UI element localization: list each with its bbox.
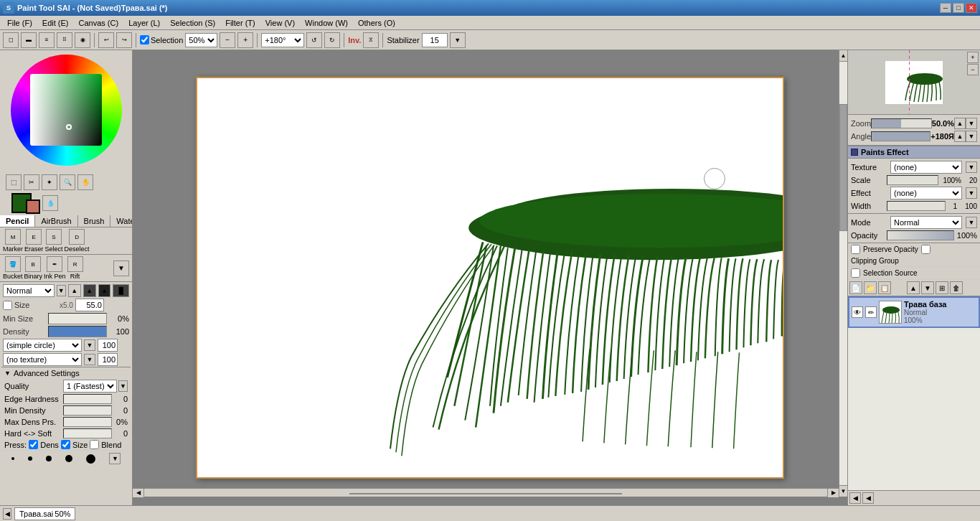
hscroll-left[interactable]: ◀ bbox=[133, 489, 144, 497]
canvas-tab[interactable]: Трава.sai 50% bbox=[14, 507, 75, 520]
brush-more-arrow[interactable]: ▼ bbox=[109, 453, 121, 464]
brush-dot-1[interactable] bbox=[11, 457, 14, 460]
tool-zoom[interactable]: 🔍 bbox=[60, 174, 75, 190]
paste-layer-btn[interactable]: 📋 bbox=[878, 281, 891, 294]
ink-pen-tool[interactable]: ✒ Ink Pen bbox=[44, 256, 66, 280]
mode-arrow[interactable]: ▼ bbox=[57, 285, 66, 296]
size-lock-check[interactable] bbox=[3, 301, 12, 310]
toolbar-icon-2[interactable]: ▬ bbox=[21, 32, 37, 48]
mode-arrow[interactable]: ▼ bbox=[966, 217, 977, 228]
zoom-slider[interactable] bbox=[871, 118, 932, 128]
toolbar-icon-6[interactable]: ↩ bbox=[98, 32, 114, 48]
stabilizer-input[interactable] bbox=[422, 33, 448, 47]
texture-select[interactable]: (none) bbox=[890, 161, 962, 174]
inv-btn[interactable]: ⧖ bbox=[363, 32, 379, 48]
vscroll-up[interactable]: ▲ bbox=[839, 50, 848, 62]
tab-water[interactable]: Water bbox=[110, 215, 133, 227]
brush-dot-4[interactable] bbox=[65, 455, 72, 462]
width-slider[interactable] bbox=[887, 201, 946, 211]
rotate-cw-btn[interactable]: ↻ bbox=[324, 32, 340, 48]
clipping-group-check[interactable] bbox=[921, 245, 930, 254]
select-tool[interactable]: S Select bbox=[45, 229, 63, 253]
toolbar-icon-7[interactable]: ↪ bbox=[116, 32, 132, 48]
advanced-header[interactable]: ▼ Advanced Settings bbox=[1, 367, 131, 379]
angle-slider[interactable] bbox=[871, 131, 930, 141]
tab-brush[interactable]: Brush bbox=[78, 215, 111, 227]
brush-mode-select[interactable]: Normal Multiply Screen bbox=[3, 284, 55, 297]
layer-pen-icon[interactable]: ✏ bbox=[865, 306, 877, 318]
delete-btn[interactable]: 🗑 bbox=[950, 281, 963, 294]
color-gradient-box[interactable] bbox=[30, 74, 102, 146]
layer-mode-select[interactable]: Normal bbox=[890, 216, 962, 229]
move-down-btn[interactable]: ▼ bbox=[921, 281, 934, 294]
effect-select[interactable]: (none) bbox=[890, 187, 962, 200]
density-slider[interactable] bbox=[48, 326, 107, 337]
layer-bottom-btn-1[interactable]: ◀ bbox=[849, 492, 861, 504]
new-group-btn[interactable]: 📁 bbox=[864, 281, 877, 294]
selection-checkbox[interactable] bbox=[140, 35, 149, 44]
brush-shape-value[interactable] bbox=[98, 339, 118, 352]
brush-texture-select[interactable]: (no texture) bbox=[3, 353, 82, 366]
color-wheel[interactable] bbox=[11, 55, 122, 166]
dens-check[interactable] bbox=[29, 440, 38, 449]
vscroll-track[interactable] bbox=[839, 62, 847, 485]
shape-btn-1[interactable]: ▲ bbox=[68, 284, 81, 297]
brush-shape-arrow[interactable]: ▼ bbox=[84, 339, 95, 351]
brush-texture-arrow[interactable]: ▼ bbox=[84, 354, 95, 365]
tool-more-btn[interactable]: ▼ bbox=[113, 260, 129, 276]
nav-thumbnail[interactable] bbox=[885, 61, 943, 104]
rotate-ccw-btn[interactable]: ↺ bbox=[306, 32, 322, 48]
zoom-up-btn[interactable]: ▲ bbox=[954, 118, 966, 129]
tab-left-arrow[interactable]: ◀ bbox=[3, 508, 11, 520]
toolbar-icon-3[interactable]: ≡ bbox=[39, 32, 55, 48]
texture-arrow[interactable]: ▼ bbox=[966, 161, 977, 173]
quality-arrow[interactable]: ▼ bbox=[118, 380, 128, 392]
nav-zoom-out[interactable]: − bbox=[967, 64, 979, 75]
tool-select-rect[interactable]: ⬚ bbox=[6, 174, 22, 190]
hard-soft-slider[interactable] bbox=[63, 428, 112, 438]
brush-dot-2[interactable] bbox=[28, 456, 32, 461]
size-check[interactable] bbox=[61, 440, 70, 449]
menu-edit[interactable]: Edit (E) bbox=[38, 17, 73, 29]
menu-layer[interactable]: Layer (L) bbox=[124, 17, 164, 29]
stabilizer-arrow[interactable]: ▼ bbox=[450, 32, 466, 48]
shape-btn-4[interactable]: █ bbox=[113, 284, 129, 297]
secondary-color[interactable] bbox=[26, 200, 40, 214]
opacity-select[interactable]: 50% bbox=[185, 33, 217, 47]
shape-btn-2[interactable]: ▲ bbox=[83, 284, 96, 297]
layer-item-1[interactable]: 👁 ✏ Трава база Nor bbox=[848, 296, 980, 328]
brush-texture-value[interactable] bbox=[98, 353, 118, 366]
menu-file[interactable]: File (F) bbox=[3, 17, 37, 29]
nav-zoom-in[interactable]: + bbox=[967, 52, 979, 63]
edge-hardness-slider[interactable] bbox=[63, 394, 112, 404]
toolbar-selection-check[interactable]: Selection bbox=[140, 35, 183, 44]
minimize-button[interactable]: ─ bbox=[940, 3, 951, 13]
vscroll-down[interactable]: ▼ bbox=[839, 485, 848, 497]
menu-others[interactable]: Others (O) bbox=[354, 17, 400, 29]
menu-view[interactable]: View (V) bbox=[261, 17, 299, 29]
layer-bottom-btn-2[interactable]: ◀ bbox=[862, 492, 874, 504]
merge-btn[interactable]: ⊞ bbox=[936, 281, 948, 294]
max-dens-slider[interactable] bbox=[63, 417, 112, 427]
toolbar-icon-4[interactable]: ⠿ bbox=[57, 32, 72, 48]
scale-slider[interactable] bbox=[887, 175, 938, 185]
menu-canvas[interactable]: Canvas (C) bbox=[75, 17, 123, 29]
menu-selection[interactable]: Selection (S) bbox=[166, 17, 220, 29]
restore-button[interactable]: □ bbox=[953, 3, 964, 13]
zoom-down-btn[interactable]: ▼ bbox=[966, 118, 977, 129]
effect-arrow[interactable]: ▼ bbox=[966, 187, 977, 199]
min-density-slider[interactable] bbox=[63, 405, 112, 416]
hscroll-right[interactable]: ▶ bbox=[827, 489, 839, 497]
vscroll-thumb[interactable] bbox=[839, 104, 847, 231]
opacity-slider[interactable] bbox=[887, 230, 954, 240]
shape-btn-3[interactable]: ▲ bbox=[98, 284, 111, 297]
menu-filter[interactable]: Filter (T) bbox=[221, 17, 260, 29]
angle-up-btn[interactable]: ▲ bbox=[954, 131, 966, 142]
tool-eyedropper[interactable]: 💧 bbox=[42, 195, 58, 211]
tab-pencil[interactable]: Pencil bbox=[0, 215, 35, 227]
move-up-btn[interactable]: ▲ bbox=[907, 281, 920, 294]
quality-select[interactable]: 1 (Fastest) 2 3 bbox=[63, 380, 117, 393]
tool-hand[interactable]: ✋ bbox=[77, 174, 93, 190]
zoom-out-btn[interactable]: − bbox=[220, 32, 235, 48]
toolbar-icon-5[interactable]: ◉ bbox=[75, 32, 90, 48]
